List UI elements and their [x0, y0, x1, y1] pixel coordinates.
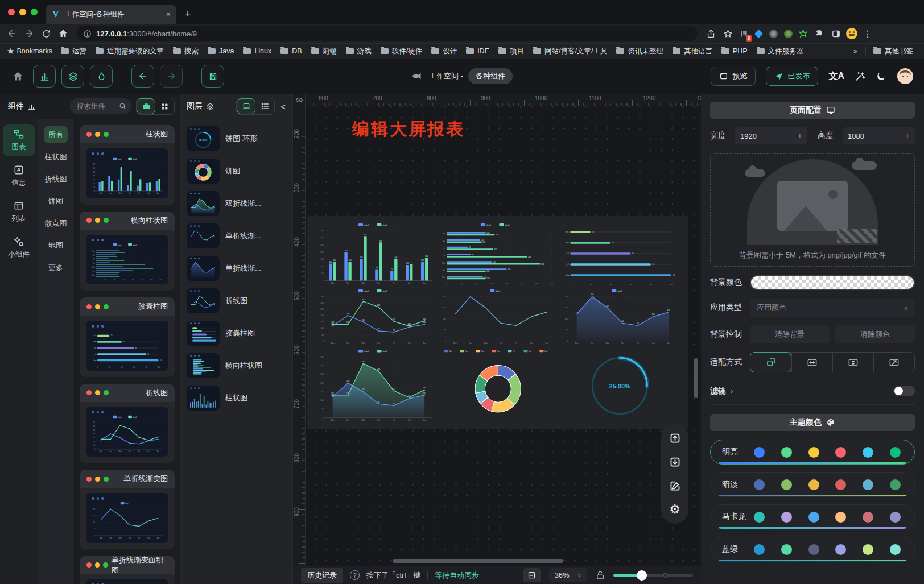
- publish-button[interactable]: 已发布: [766, 67, 818, 86]
- fit-stretch-button[interactable]: [873, 353, 914, 372]
- components-panel-button[interactable]: [33, 65, 56, 88]
- bookmarks-label[interactable]: Bookmarks: [16, 47, 52, 55]
- settings-button[interactable]: ⚙: [666, 500, 684, 519]
- bookmark-folder[interactable]: 搜索: [169, 45, 203, 58]
- bookmark-star-icon[interactable]: [720, 26, 735, 41]
- category-item[interactable]: 所有: [44, 126, 68, 143]
- dashboard-board[interactable]: 050100150200250300350MonTueWedThuFriSatS…: [307, 216, 688, 429]
- layer-item[interactable]: 单折线渐...: [187, 256, 287, 281]
- canvas-chart-bar-grouped[interactable]: 050100150200250300350MonTueWedThuFriSatS…: [315, 222, 436, 287]
- new-tab-button[interactable]: +: [180, 6, 196, 22]
- component-card[interactable]: 单折线渐变面积图050100150200MonTueWedThuFriSatSu…: [80, 556, 175, 584]
- category-item[interactable]: 饼图: [44, 193, 68, 210]
- undo-button[interactable]: [131, 65, 154, 88]
- sidebar-item-info[interactable]: 信息: [3, 160, 35, 192]
- other-bookmarks[interactable]: 其他书签: [869, 45, 917, 58]
- bookmark-folder[interactable]: 项目: [494, 45, 528, 58]
- bookmark-folder[interactable]: 游戏: [342, 45, 376, 58]
- zoom-slider-knob[interactable]: [637, 570, 647, 581]
- layer-item[interactable]: 单折线渐...: [187, 223, 287, 248]
- theme-row[interactable]: 暗淡: [710, 472, 915, 497]
- clear-background-button[interactable]: 清除背景: [750, 325, 830, 343]
- layer-item[interactable]: 25.00%饼图-环形: [187, 126, 287, 151]
- bookmark-folder[interactable]: IDE: [462, 45, 493, 57]
- bookmark-folder[interactable]: 文件服务器: [753, 45, 808, 58]
- search-icon[interactable]: [118, 102, 127, 110]
- close-window-button[interactable]: [8, 9, 15, 15]
- green-extension-icon[interactable]: [782, 27, 794, 40]
- bookmarks-star-icon[interactable]: ★: [7, 46, 14, 56]
- layer-item[interactable]: 双折线渐...: [187, 191, 287, 216]
- fit-width-button[interactable]: [791, 353, 832, 372]
- zoom-select[interactable]: 36% ∨: [549, 568, 587, 582]
- preview-button[interactable]: 预览: [711, 67, 756, 86]
- theme-row[interactable]: 蓝绿: [710, 537, 915, 562]
- bookmark-folder[interactable]: DB: [277, 45, 306, 57]
- filter-toggle[interactable]: [893, 386, 915, 396]
- height-stepper[interactable]: 1080 −+: [843, 127, 915, 144]
- bookmark-folder[interactable]: PHP: [717, 45, 752, 57]
- canvas-chart-hbar-grouped[interactable]: 050100150200250300350data1data2Sun130160…: [438, 222, 559, 287]
- width-minus-button[interactable]: −: [787, 131, 792, 140]
- canvas-chart-line-area-dual[interactable]: 050100150200250300350MonTueWedThuFriSatS…: [315, 348, 436, 424]
- thumbnail-view-toggle[interactable]: [237, 98, 255, 114]
- page-config-header[interactable]: 页面配置: [710, 102, 915, 119]
- layers-panel-button[interactable]: [61, 65, 84, 88]
- redo-button[interactable]: [160, 65, 183, 88]
- list-view-toggle[interactable]: [255, 98, 274, 114]
- lock-toggle[interactable]: [595, 570, 605, 581]
- tab-close-icon[interactable]: ×: [166, 10, 171, 19]
- help-icon[interactable]: ?: [350, 570, 360, 580]
- language-toggle-icon[interactable]: 文A: [828, 71, 844, 82]
- kite-extension-icon[interactable]: [752, 27, 765, 40]
- canvas-chart-line-dual[interactable]: 050100150200250300350MonTueWedThuFriSatS…: [315, 288, 436, 347]
- component-card[interactable]: 胶囊柱图厦门20南阳40北京60上海80新疆100020406080100: [80, 297, 175, 377]
- save-button[interactable]: [201, 65, 224, 88]
- zoom-slider[interactable]: [613, 574, 693, 577]
- edit-button[interactable]: [666, 477, 684, 495]
- profile-avatar[interactable]: [845, 27, 858, 40]
- big-screen-title-text[interactable]: 编辑大屏报表: [352, 118, 465, 141]
- component-card[interactable]: 折线图050100150200250300350MonTueWedThuFriS…: [80, 384, 175, 463]
- bookmark-folder[interactable]: 运营: [57, 45, 90, 58]
- fit-height-button[interactable]: [832, 353, 873, 372]
- bookmarks-overflow-chevron[interactable]: »: [849, 47, 862, 55]
- width-stepper[interactable]: 1920 −+: [735, 127, 807, 144]
- grey-extension-icon[interactable]: [767, 27, 779, 40]
- home-nav-icon[interactable]: [56, 26, 71, 41]
- layer-item[interactable]: 柱状图: [187, 386, 287, 411]
- layer-item[interactable]: 饼图: [187, 159, 287, 184]
- category-item[interactable]: 散点图: [40, 215, 72, 232]
- sidebar-item-chart[interactable]: 图表: [3, 124, 35, 156]
- category-item[interactable]: 更多: [44, 259, 68, 276]
- dark-mode-moon-icon[interactable]: [876, 71, 886, 82]
- chevron-right-icon[interactable]: ›: [731, 387, 733, 395]
- single-view-toggle[interactable]: [137, 98, 155, 114]
- bookmark-folder[interactable]: 近期需要读的文章: [92, 45, 168, 58]
- bookmark-folder[interactable]: 软件/硬件: [377, 45, 426, 58]
- extensions-puzzle-icon[interactable]: [811, 26, 826, 41]
- bookmark-folder[interactable]: 资讯未整理: [612, 45, 667, 58]
- canvas-chart-progress-ring[interactable]: 25.00%: [559, 348, 680, 424]
- sidebar-item-list[interactable]: 列表: [3, 196, 35, 228]
- bookmark-folder[interactable]: Java: [204, 45, 238, 57]
- canvas-chart-pie-ring[interactable]: MonTueWedThuFriSatSun: [438, 348, 559, 424]
- layer-item[interactable]: 折线图: [187, 288, 287, 313]
- import-button[interactable]: [666, 453, 684, 471]
- component-card[interactable]: 横向柱状图050100150200250300350data1data2SunS…: [80, 212, 175, 291]
- bookmark-folder[interactable]: 网站/博客/文章/工具: [529, 45, 611, 58]
- maximize-window-button[interactable]: [31, 9, 38, 15]
- window-controls[interactable]: [0, 9, 46, 15]
- panel-toggle-button[interactable]: [523, 568, 541, 582]
- height-plus-button[interactable]: +: [905, 131, 910, 140]
- canvas-chart-line-gradient[interactable]: 050100150200MonTueWedThuFriSatSundata1: [438, 288, 559, 347]
- ruler-corner[interactable]: [293, 94, 306, 106]
- canvas-chart-capsule[interactable]: 厦门20南阳40北京60上海80新疆100020406080100: [559, 222, 680, 287]
- category-item[interactable]: 柱状图: [40, 148, 72, 165]
- address-bar[interactable]: 127.0.0.1:3000/#/chart/home/9: [76, 26, 698, 41]
- forward-nav-icon[interactable]: [22, 26, 36, 41]
- app-home-icon[interactable]: [10, 69, 25, 84]
- side-panel-icon[interactable]: [828, 26, 843, 41]
- fit-scale-button[interactable]: [750, 352, 791, 372]
- minimize-window-button[interactable]: [19, 9, 26, 15]
